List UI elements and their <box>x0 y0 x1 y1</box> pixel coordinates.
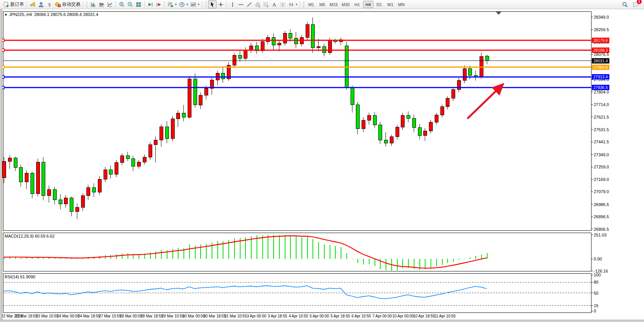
timeframe-button-h4[interactable]: H4 <box>363 1 373 8</box>
timeframe-toolbar: M1M5M15M30H1H4D1W1MN <box>306 1 406 8</box>
macd-indicator <box>4 235 487 271</box>
vertical-line-tool-button[interactable] <box>228 0 237 8</box>
bull-candle <box>171 119 174 139</box>
line-chart-icon <box>107 2 113 8</box>
svg-text:T: T <box>282 3 284 6</box>
toolbar-grip <box>303 2 304 8</box>
bull-candle <box>64 198 67 204</box>
expert-advisors-button[interactable] <box>29 0 37 8</box>
bull-candle <box>395 127 399 137</box>
indicators-icon <box>167 2 174 8</box>
bear-candle <box>272 38 275 45</box>
signals-button[interactable] <box>45 0 54 8</box>
periods-button[interactable]: ▾ <box>178 0 189 8</box>
zoom-in-icon <box>119 2 125 8</box>
text-label-tool-button[interactable]: T <box>279 0 287 8</box>
separator <box>300 1 300 8</box>
separator <box>202 1 202 8</box>
text-label-icon: T <box>280 2 286 8</box>
price-line-label[interactable]: 28108.3 <box>592 48 609 53</box>
crosshair-tool-button[interactable] <box>217 0 225 8</box>
rsi-indicator <box>3 282 591 306</box>
candlestick-chart-button[interactable] <box>97 0 106 8</box>
line-chart-button[interactable] <box>106 0 114 8</box>
chart-symbol-period: JPN225-,H4 <box>9 12 32 17</box>
bull-candle <box>328 40 332 53</box>
bull-candle <box>440 106 444 115</box>
clock-icon <box>179 2 185 8</box>
indicators-button[interactable]: ▾ <box>166 0 178 8</box>
timeframe-button-m5[interactable]: M5 <box>317 1 327 8</box>
svg-text:F: F <box>267 5 269 8</box>
chevron-down-icon: ▾ <box>296 3 297 6</box>
zoom-out-button[interactable] <box>126 0 134 8</box>
bull-candle <box>249 46 253 50</box>
bear-candle <box>19 168 22 182</box>
bull-candle <box>143 157 146 162</box>
candlestick-chart-icon <box>99 2 105 8</box>
bull-candle <box>317 46 320 48</box>
bear-candle <box>384 140 387 143</box>
timeframe-button-h1[interactable]: H1 <box>352 1 362 8</box>
rsi-line <box>4 286 487 299</box>
fibonacci-tool-button[interactable]: F <box>262 0 270 8</box>
separator <box>226 1 227 8</box>
price-line-label[interactable]: 27913.4 <box>592 74 609 79</box>
chevron-down-icon: ▾ <box>175 3 177 6</box>
notifications-button[interactable]: 1 <box>631 0 640 8</box>
chart-shift-icon <box>156 2 162 8</box>
bear-candle <box>356 105 359 128</box>
crosshair-icon <box>218 2 224 8</box>
separator <box>116 1 116 8</box>
auto-scroll-button[interactable] <box>146 0 155 8</box>
new-order-button[interactable]: 新订单 <box>2 0 25 8</box>
bull-candle <box>188 79 191 117</box>
bull-candle <box>176 113 180 119</box>
bear-candle <box>193 79 197 105</box>
arrows-tool-button[interactable]: ▾ <box>287 0 298 8</box>
trendline-tool-button[interactable] <box>245 0 253 8</box>
timeframe-button-m1[interactable]: M1 <box>306 1 316 8</box>
bull-candle <box>277 43 281 45</box>
cursor-icon <box>209 2 215 8</box>
bull-candle <box>244 50 247 58</box>
text-tool-button[interactable]: A <box>270 0 279 8</box>
equidistant-channel-tool-button[interactable]: E <box>253 0 262 8</box>
bear-candle <box>41 162 45 196</box>
timeframe-button-m15[interactable]: M15 <box>328 1 339 8</box>
timeframe-button-mn[interactable]: MN <box>396 1 406 8</box>
bear-candle <box>109 170 112 174</box>
bull-candle <box>429 122 432 131</box>
price-line-label[interactable]: 28031.4 <box>592 58 609 63</box>
timeframe-button-m30[interactable]: M30 <box>340 1 351 8</box>
auto-trading-button[interactable]: 自动交易 <box>54 0 81 8</box>
bull-candle <box>98 179 101 192</box>
symbol-dropdown-caret[interactable]: ▼ <box>4 13 8 17</box>
horizontal-line-tool-button[interactable] <box>237 0 245 8</box>
bull-candle <box>463 68 466 81</box>
search-button[interactable] <box>621 0 629 8</box>
bear-candle <box>351 87 354 105</box>
bull-candle <box>8 158 11 161</box>
bear-candle <box>378 125 382 140</box>
bull-candle <box>148 145 152 157</box>
bear-candle <box>412 118 416 127</box>
trendline-icon <box>246 2 252 8</box>
bull-candle <box>36 162 40 194</box>
price-line-label[interactable]: 27836.5 <box>592 85 609 90</box>
bar-chart-button[interactable] <box>89 0 97 8</box>
bull-candle <box>81 196 84 208</box>
window-left-edge <box>0 9 2 322</box>
bull-candle <box>233 56 236 65</box>
timeframe-button-d1[interactable]: D1 <box>374 1 384 8</box>
templates-button[interactable]: ▾ <box>189 0 201 8</box>
zoom-in-button[interactable] <box>118 0 126 8</box>
price-line-label[interactable]: 28179.6 <box>592 38 609 43</box>
chart-shift-button[interactable] <box>155 0 163 8</box>
price-line-label[interactable]: 27984.8 <box>592 65 609 70</box>
timeframe-button-w1[interactable]: W1 <box>385 1 395 8</box>
cursor-tool-button[interactable] <box>208 0 217 8</box>
tile-windows-button[interactable] <box>134 0 143 8</box>
profile-button[interactable] <box>37 0 45 8</box>
bull-candle <box>154 140 157 145</box>
